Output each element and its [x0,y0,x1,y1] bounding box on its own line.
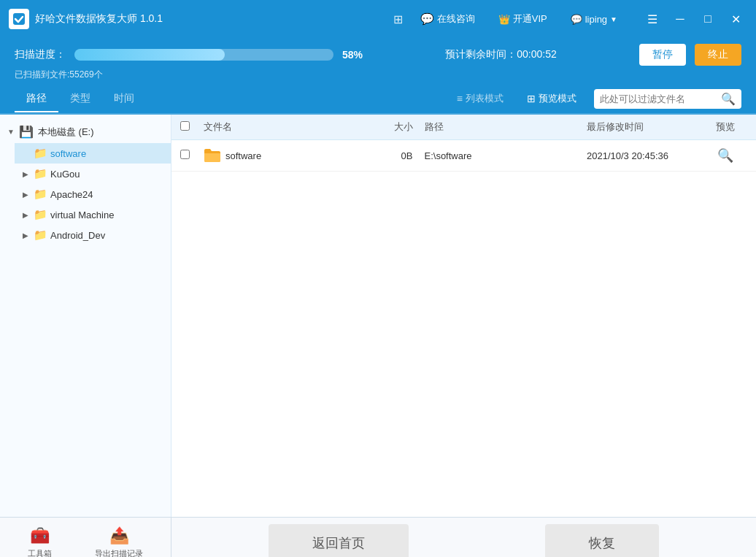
sidebar-root-label: 本地磁盘 (E:) [38,126,94,139]
pause-button[interactable]: 暂停 [639,44,686,66]
list-view-btn[interactable]: ≡ 列表模式 [451,89,509,108]
export-scan-btn[interactable]: 📤 导出扫描记录 [95,526,143,557]
sidebar-item-android[interactable]: ▶ 📁 Android_Dev [15,225,171,245]
restore-button[interactable]: 恢复 [545,524,659,558]
crown-icon: 👑 [498,14,510,25]
maximize-btn[interactable]: □ [696,7,720,31]
bottom-bar: 🧰 工具箱 📤 导出扫描记录 返回首页 恢复 [0,517,756,557]
select-all-checkbox[interactable] [180,121,190,131]
sidebar-item-software[interactable]: 📁 software [15,143,171,164]
preview-view-btn[interactable]: ⊞ 预览模式 [521,89,582,108]
file-table-header: 文件名 大小 路径 最后修改时间 预览 [171,115,756,140]
minimize-btn[interactable]: ─ [668,7,692,31]
window-controls: ☰ ─ □ ✕ [641,7,747,31]
progress-track [74,49,333,61]
row-check [180,150,204,161]
row-checkbox-0[interactable] [180,150,190,159]
user-btn[interactable]: 💬 liping ▼ [565,11,623,28]
expand-arrow-icon-1: ▶ [20,170,31,178]
view-toggle: ≡ 列表模式 ⊞ 预览模式 🔍 [451,89,741,109]
sidebar-item-label-4: Android_Dev [50,230,105,241]
close-btn[interactable]: ✕ [724,7,747,31]
chat-icon: 💬 [420,12,434,26]
row-filename-0: software [225,150,261,161]
grid-icon: ⊞ [393,12,403,26]
toolbox-label: 工具箱 [28,548,52,557]
bottom-tools: 🧰 工具箱 📤 导出扫描记录 [0,518,171,557]
sidebar-item-label-1: KuGou [50,169,80,180]
row-path-0: E:\software [425,150,587,161]
search-box: 🔍 [594,89,741,109]
tab-type[interactable]: 类型 [58,86,102,112]
export-icon: 📤 [109,526,129,545]
sidebar-item-label-2: Apache24 [50,189,93,200]
scan-bar: 扫描进度： 58% 预计剩余时间：00:00:52 暂停 终止 已扫描到文件:5… [0,38,756,84]
app-logo [9,9,29,29]
header-size: 大小 [366,120,425,134]
sidebar: ▼ 💾 本地磁盘 (E:) 📁 software ▶ 📁 KuGou ▶ 📁 A… [0,115,171,517]
title-bar-right: ⊞ 💬 在线咨询 👑 开通VIP 💬 liping ▼ ☰ ─ □ ✕ [393,7,747,31]
table-row: software 0B E:\software 2021/10/3 20:45:… [171,140,756,172]
drive-icon: 💾 [19,125,34,139]
expand-arrow-icon-2: ▶ [20,191,31,199]
main-content: ▼ 💾 本地磁盘 (E:) 📁 software ▶ 📁 KuGou ▶ 📁 A… [0,115,756,517]
online-consult-btn[interactable]: 💬 在线咨询 [414,9,481,28]
expand-arrow-icon-4: ▶ [20,231,31,239]
folder-icon-0: 📁 [34,147,47,160]
toolbox-btn[interactable]: 🧰 工具箱 [28,526,52,557]
folder-icon-3: 📁 [34,208,47,221]
expand-arrow-icon-3: ▶ [20,211,31,219]
stop-button[interactable]: 终止 [695,44,741,66]
search-input[interactable] [600,93,717,104]
scan-percent: 58% [342,49,363,61]
wechat-icon: 💬 [571,14,582,25]
sidebar-item-label-0: software [50,148,86,159]
app-title: 好哈文件数据恢复大师 1.0.1 [35,12,393,26]
folder-icon-2: 📁 [34,188,47,201]
header-name: 文件名 [204,120,366,134]
folder-thumbnail-icon [204,147,221,164]
tab-path[interactable]: 路径 [15,86,58,112]
dropdown-arrow-icon: ▼ [610,15,617,23]
row-name-cell: software [204,147,366,164]
open-vip-btn[interactable]: 👑 开通VIP [493,9,553,28]
row-size-0: 0B [366,150,425,161]
scan-label: 扫描进度： [15,48,66,61]
header-check [180,121,204,133]
scan-time: 预计剩余时间：00:00:52 [371,48,630,61]
tab-time[interactable]: 时间 [102,86,146,112]
collapse-arrow-icon: ▼ [6,128,16,136]
folder-icon-4: 📁 [34,228,47,242]
header-preview: 预览 [703,120,747,134]
list-icon: ≡ [457,93,463,104]
title-bar: 好哈文件数据恢复大师 1.0.1 ⊞ 💬 在线咨询 👑 开通VIP 💬 lipi… [0,0,756,38]
scan-count: 已扫描到文件:55269个 [15,69,741,81]
file-panel: 文件名 大小 路径 最后修改时间 预览 software 0 [171,115,756,517]
grid-view-icon: ⊞ [527,93,536,104]
export-scan-label: 导出扫描记录 [95,548,143,557]
menu-btn[interactable]: ☰ [641,7,664,31]
back-home-button[interactable]: 返回首页 [269,524,409,558]
sidebar-root[interactable]: ▼ 💾 本地磁盘 (E:) [0,120,171,143]
search-icon[interactable]: 🔍 [721,92,736,106]
bottom-actions: 返回首页 恢复 [171,518,756,557]
toolbox-icon: 🧰 [30,526,50,545]
header-path: 路径 [425,120,587,134]
sidebar-item-kugou[interactable]: ▶ 📁 KuGou [15,164,171,184]
folder-icon-1: 📁 [34,167,47,180]
row-preview-0[interactable]: 🔍 [703,147,747,164]
header-date: 最后修改时间 [587,120,703,134]
row-date-0: 2021/10/3 20:45:36 [587,150,703,161]
progress-fill [74,49,225,61]
sidebar-children: 📁 software ▶ 📁 KuGou ▶ 📁 Apache24 ▶ 📁 vi… [0,143,171,245]
sidebar-item-vm[interactable]: ▶ 📁 virtual Machine [15,204,171,225]
file-table-body: software 0B E:\software 2021/10/3 20:45:… [171,140,756,517]
sidebar-item-apache[interactable]: ▶ 📁 Apache24 [15,184,171,204]
nav-tabs: 路径 类型 时间 ≡ 列表模式 ⊞ 预览模式 🔍 [0,84,756,115]
sidebar-item-label-3: virtual Machine [50,210,114,220]
